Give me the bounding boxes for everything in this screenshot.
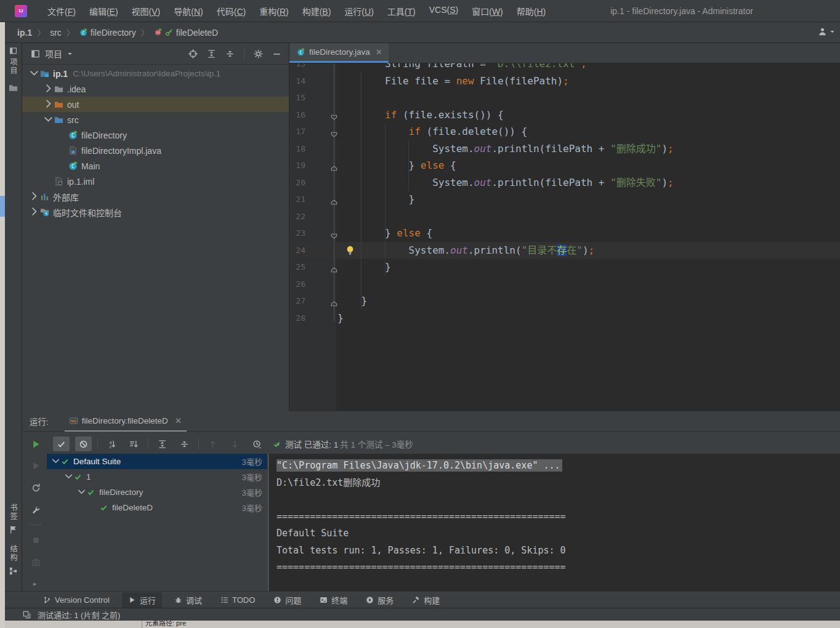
menu-t[interactable]: 工具(T) — [382, 3, 421, 19]
menu-r[interactable]: 重构(R) — [254, 3, 294, 19]
toolwindow-button--[interactable]: 运行 — [122, 592, 162, 608]
show-ignored-button[interactable] — [75, 437, 92, 451]
code-editor[interactable]: 13 String filePath = "D:\\file2.txt";14 … — [289, 63, 840, 411]
chevron-down-icon[interactable] — [828, 28, 836, 36]
minimize-icon — [272, 49, 281, 58]
project-tree-item-fileDirectoryImpl-java[interactable]: JfileDirectoryImpl.java — [22, 143, 289, 158]
breadcrumb-item-ip-1[interactable]: ip.1 — [17, 28, 32, 38]
toolwindow-button-TODO[interactable]: TODO — [214, 594, 261, 606]
tree-item-label: ip.1.iml — [67, 177, 94, 187]
menu-b[interactable]: 构建(B) — [297, 3, 337, 19]
chevron-down-icon[interactable] — [50, 456, 61, 468]
toolwindow-button--[interactable]: 问题 — [267, 592, 307, 608]
menu-u[interactable]: 运行(U) — [339, 3, 379, 19]
project-tree-item--[interactable]: 临时文件和控制台 — [22, 204, 289, 220]
project-tree-item--[interactable]: 外部库 — [22, 189, 289, 204]
breadcrumb-item-fileDirectory[interactable]: CfileDirectory — [79, 28, 136, 38]
project-tree-item-ip-1[interactable]: ip.1C:\Users\Administrator\IdeaProjects\… — [22, 66, 289, 81]
editor-tab-fileDirectory[interactable]: C fileDirectory.java ✕ — [289, 43, 389, 63]
show-passed-button[interactable] — [53, 437, 70, 451]
chevron-down-icon[interactable] — [42, 113, 54, 127]
project-toolwindow-icon — [9, 47, 17, 55]
run-tab-fileDeleteD[interactable]: NG fileDirectory.fileDeleteD ✕ — [65, 411, 187, 432]
toolwindow-button-Version-Control[interactable]: Version Control — [37, 594, 116, 606]
chevron-right-icon[interactable] — [42, 98, 54, 111]
collapse-all-button[interactable] — [225, 49, 235, 58]
chevron-down-icon[interactable] — [76, 486, 87, 499]
chevron-right-icon[interactable] — [28, 190, 40, 204]
chevron-down-icon[interactable] — [28, 67, 40, 81]
menu-n[interactable]: 导航(N) — [168, 3, 208, 19]
toolwindow-toggle-icon[interactable] — [22, 610, 31, 619]
line-number: 25 — [289, 259, 305, 276]
close-icon[interactable]: ✕ — [175, 416, 182, 425]
breadcrumb-item-fileDeleteD[interactable]: mfileDeleteD — [154, 28, 218, 38]
sort-by-duration-button[interactable] — [126, 437, 142, 451]
project-tree-item-out[interactable]: out — [22, 97, 289, 112]
menu-h[interactable]: 帮助(H) — [511, 3, 551, 19]
project-panel-title[interactable]: 项目 — [45, 47, 62, 60]
chevron-down-icon[interactable] — [63, 471, 74, 483]
show-ignored-icon — [79, 440, 88, 449]
test-history-button[interactable] — [249, 437, 265, 451]
menu-f[interactable]: 文件(F) — [42, 3, 81, 19]
toolwindow-button--[interactable]: 构建 — [406, 592, 446, 608]
testng-icon: NG — [70, 417, 78, 425]
test-tree-item-fileDeleteD[interactable]: fileDeleteD3毫秒 — [47, 500, 267, 515]
project-tree-item--idea[interactable]: .idea — [22, 81, 289, 97]
bookmarks-tab-label[interactable]: 书签 — [8, 504, 18, 521]
test-passed-icon — [87, 488, 95, 496]
project-tree-item-ip-1-iml[interactable]: ip.1.iml — [22, 174, 289, 189]
divider — [30, 525, 42, 525]
expand-all-button[interactable] — [207, 49, 216, 58]
menu-e[interactable]: 编辑(E) — [84, 3, 124, 19]
structure-icon[interactable] — [9, 566, 18, 576]
run-console[interactable]: "C:\Program Files\Java\jdk-17.0.2\bin\ja… — [269, 454, 840, 591]
test-tree-item-Default-Suite[interactable]: Default Suite3毫秒 — [47, 454, 267, 469]
chevron-down-icon[interactable] — [66, 50, 74, 58]
menu-w[interactable]: 窗口(W) — [466, 3, 509, 19]
expand-all-button[interactable] — [154, 437, 171, 451]
rerun-tests-button[interactable] — [28, 437, 44, 451]
code-line-24: 24 System.out.println("目录不存在"); — [289, 242, 840, 259]
project-tree-item-Main[interactable]: CMain — [22, 158, 289, 174]
project-tree-item-fileDirectory[interactable]: CfileDirectory — [22, 127, 289, 143]
menu-v[interactable]: 视图(V) — [126, 3, 166, 19]
left-tool-stripe: 项目 书签 结构 — [5, 43, 22, 591]
previous-failed-button[interactable] — [204, 437, 221, 451]
next-failed-button[interactable] — [227, 437, 243, 451]
test-settings-icon — [31, 505, 41, 515]
collapse-all-button[interactable] — [176, 437, 193, 451]
chevron-right-icon[interactable] — [42, 83, 54, 96]
splitter[interactable] — [268, 454, 269, 591]
toolwindow-button--[interactable]: 终端 — [313, 592, 353, 608]
bookmark-flag-icon[interactable] — [9, 525, 18, 534]
toolwindow-button--[interactable]: 服务 — [360, 592, 400, 608]
breadcrumb-item-src[interactable]: src — [50, 28, 62, 38]
thread-snapshot-button[interactable] — [28, 555, 44, 570]
intention-bulb-icon[interactable] — [345, 245, 355, 256]
tool-stripe-project-tab[interactable]: 项目 — [5, 43, 22, 92]
gear-button[interactable] — [254, 49, 263, 58]
minimize-button[interactable] — [272, 49, 281, 58]
more-options-button[interactable]: » — [28, 577, 44, 591]
test-tree-item-1[interactable]: 13毫秒 — [47, 469, 267, 485]
test-settings-button[interactable] — [28, 503, 44, 517]
locate-button[interactable] — [188, 49, 198, 58]
stop-button[interactable] — [28, 533, 44, 547]
test-tree-item-fileDirectory[interactable]: fileDirectory3毫秒 — [47, 485, 267, 500]
menu-c[interactable]: 代码(C) — [211, 3, 251, 19]
toolwindow-button--[interactable]: 调试 — [168, 592, 208, 608]
close-icon[interactable]: ✕ — [376, 47, 382, 57]
menu-s[interactable]: VCS(S) — [424, 3, 464, 19]
svg-text:J: J — [72, 150, 74, 154]
structure-tab-label[interactable]: 结构 — [8, 545, 18, 562]
folder-icon[interactable] — [9, 83, 18, 92]
rerun-failed-tests-button[interactable] — [28, 459, 44, 473]
run-label: 运行: — [30, 415, 49, 427]
refresh-button[interactable] — [28, 481, 44, 495]
user-icon[interactable] — [818, 27, 827, 36]
sort-alphabetically-button[interactable]: az — [103, 437, 120, 451]
project-tree-item-src[interactable]: src — [22, 112, 289, 127]
chevron-right-icon[interactable] — [28, 206, 40, 219]
